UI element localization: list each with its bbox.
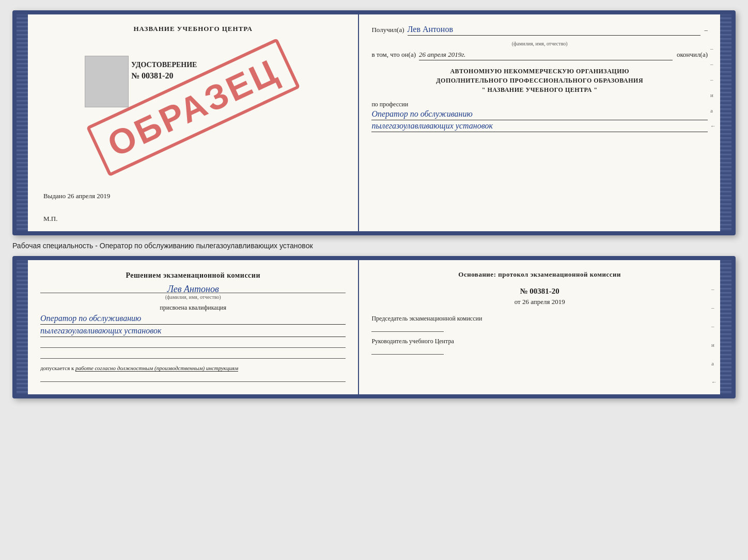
org-line3: " НАЗВАНИЕ УЧЕБНОГО ЦЕНТРА " — [371, 85, 708, 94]
po-professii-label: по профессии — [371, 101, 708, 108]
bottom-fio-sub: (фамилия, имя, отчество) — [40, 294, 346, 300]
bottom-fio-value: Лев Антонов — [40, 284, 346, 295]
dopuskaetsya-block: допускается к работе согласно должностны… — [40, 365, 346, 371]
vydano-date: 26 апреля 2019 — [68, 192, 111, 200]
obrazets-stamp: ОБРАЗЕЦ — [86, 38, 300, 177]
predsedatel-label: Председатель экзаменационной комиссии — [371, 314, 708, 323]
protokol-number: № 00381-20 — [371, 287, 708, 296]
top-left-page: НАЗВАНИЕ УЧЕБНОГО ЦЕНТРА УДОСТОВЕРЕНИЕ №… — [28, 14, 359, 231]
fio-sub: (фамилия, имя, отчество) — [371, 41, 708, 46]
spine-left — [17, 14, 28, 231]
prisvoena-label: присвоена квалификация — [40, 304, 346, 312]
specialty-text: Рабочая специальность - Оператор по обсл… — [12, 239, 313, 252]
ot-date-value: 26 апреля 2019 — [522, 298, 565, 306]
okonchil-label: окончил(а) — [677, 51, 708, 59]
bmark-1: – — [711, 286, 717, 292]
profession-line2: пылегазоулавливающих установок — [371, 121, 708, 132]
vydano-block: Выдано 26 апреля 2019 — [43, 192, 110, 200]
mark-2: – — [710, 61, 716, 67]
dopuskaetsya-prefix: допускается к — [40, 365, 74, 371]
mark-4: и — [710, 92, 716, 98]
bmark-5: а — [711, 360, 717, 366]
poluchil-line: Получил(а) Лев Антонов – — [371, 25, 708, 36]
mark-3: – — [710, 76, 716, 83]
org-line2: ДОПОЛНИТЕЛЬНОГО ПРОФЕССИОНАЛЬНОГО ОБРАЗО… — [371, 76, 708, 85]
date-field: 26 апреля 2019г. — [419, 51, 673, 60]
mp-block: М.П. — [43, 215, 57, 223]
rukovoditel-line — [371, 354, 444, 355]
bottom-certificate-book: Решением экзаменационной комиссии Лев Ан… — [12, 256, 736, 398]
predsedatel-line — [371, 331, 444, 332]
date-value: 26 апреля 2019г. — [419, 51, 465, 58]
profession-line1: Оператор по обслуживанию — [371, 109, 708, 120]
mark-1: – — [710, 45, 716, 52]
top-right-page: Получил(а) Лев Антонов – (фамилия, имя, … — [359, 14, 720, 231]
rukovoditel-label: Руководитель учебного Центра — [371, 337, 708, 346]
fio-value: Лев Антонов — [408, 25, 453, 34]
qualification-line2: пылегазоулавливающих установок — [40, 326, 346, 337]
dash: – — [705, 26, 708, 34]
bmark-3: – — [711, 323, 717, 329]
mark-5: а — [710, 107, 716, 114]
top-left-title: НАЗВАНИЕ УЧЕБНОГО ЦЕНТРА — [40, 25, 346, 33]
mark-6: ← — [710, 123, 716, 129]
osnov-title: Основание: протокол экзаменационной коми… — [371, 270, 708, 279]
field-line-3 — [40, 381, 346, 382]
bottom-spine-right — [720, 260, 731, 394]
field-line-1 — [40, 347, 346, 348]
dopuskaetsya-italic: работе согласно должностным (производств… — [75, 365, 238, 372]
qualification-line1: Оператор по обслуживанию — [40, 314, 346, 325]
bmark-6: ← — [711, 379, 717, 385]
right-side-marks: – – – и а ← — [710, 45, 716, 129]
bottom-right-marks: – – – и а ← – – — [711, 286, 717, 398]
bottom-left-page: Решением экзаменационной комиссии Лев Ан… — [28, 260, 359, 394]
bmark-7: – — [711, 397, 717, 398]
ot-date: от 26 апреля 2019 — [371, 298, 708, 306]
predsedatel-block: Председатель экзаменационной комиссии — [371, 314, 708, 332]
fio-field: Лев Антонов — [408, 25, 700, 36]
top-certificate-book: НАЗВАНИЕ УЧЕБНОГО ЦЕНТРА УДОСТОВЕРЕНИЕ №… — [12, 10, 736, 235]
ot-label: от — [515, 298, 521, 306]
org-line1: АВТОНОМНУЮ НЕКОММЕРЧЕСКУЮ ОРГАНИЗАЦИЮ — [371, 67, 708, 76]
bmark-4: и — [711, 342, 717, 348]
bottom-right-page: Основание: протокол экзаменационной коми… — [359, 260, 720, 394]
bmark-2: – — [711, 305, 717, 311]
poluchil-label: Получил(а) — [371, 26, 404, 34]
document-container: НАЗВАНИЕ УЧЕБНОГО ЦЕНТРА УДОСТОВЕРЕНИЕ №… — [12, 10, 736, 398]
komissia-title: Решением экзаменационной комиссии — [40, 270, 346, 281]
field-line-2 — [40, 358, 346, 359]
bottom-spine-left — [17, 260, 28, 394]
spine-right — [720, 14, 731, 231]
org-block: АВТОНОМНУЮ НЕКОММЕРЧЕСКУЮ ОРГАНИЗАЦИЮ ДО… — [371, 67, 708, 94]
stamp-overlay: ОБРАЗЕЦ — [43, 35, 342, 180]
fio-underline: Лев Антонов — [40, 284, 346, 293]
vtom-line: в том, что он(а) 26 апреля 2019г. окончи… — [371, 51, 708, 60]
rukovoditel-block: Руководитель учебного Центра — [371, 337, 708, 355]
vtom-label: в том, что он(а) — [371, 51, 416, 59]
vydano-label: Выдано — [43, 192, 66, 200]
